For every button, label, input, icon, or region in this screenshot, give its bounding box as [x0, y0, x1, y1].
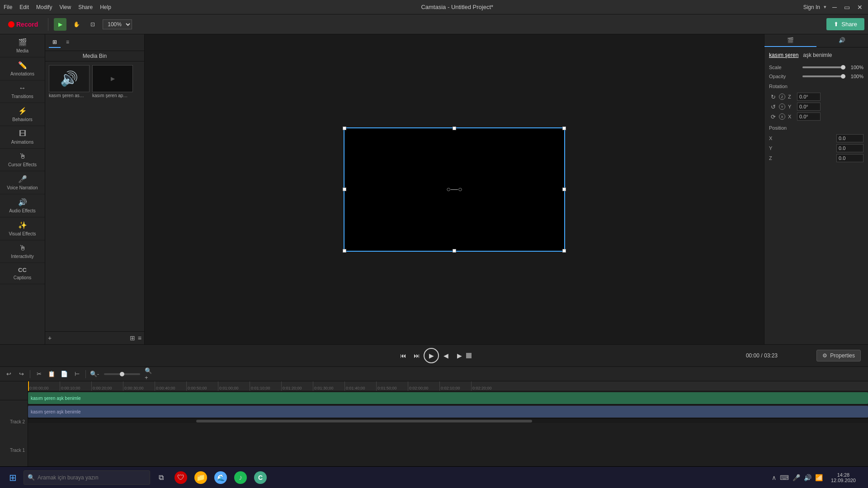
tab-visual[interactable]: 🎬: [764, 34, 816, 47]
record-marker[interactable]: [466, 353, 472, 358]
opacity-slider[interactable]: [802, 75, 845, 77]
add-media-button[interactable]: +: [48, 334, 52, 342]
video-canvas[interactable]: ○—○: [344, 127, 565, 252]
resize-handle-tr[interactable]: [562, 127, 566, 130]
rotation-z-input[interactable]: [797, 93, 821, 101]
edge-button[interactable]: 🌊: [212, 469, 230, 487]
sidebar-label-annotations: Annotations: [10, 71, 34, 76]
prev-frame-button[interactable]: ◀: [439, 349, 453, 362]
sidebar-item-interactivity[interactable]: 🖱 Interactivity: [0, 240, 45, 263]
sidebar-item-captions[interactable]: CC Captions: [0, 263, 45, 284]
sidebar-item-visual-effects[interactable]: ✨ Visual Effects: [0, 217, 45, 240]
x-axis-label: X: [788, 114, 795, 119]
undo-button[interactable]: ↩: [4, 369, 14, 379]
menu-edit[interactable]: Edit: [19, 4, 29, 10]
chevron-up-icon[interactable]: ∧: [772, 474, 776, 481]
menu-help[interactable]: Help: [100, 4, 111, 10]
list-item[interactable]: 🔊 kasım şeren as…: [49, 65, 90, 98]
menu-share[interactable]: Share: [78, 4, 93, 10]
cut-button[interactable]: ✂: [34, 369, 44, 379]
scrollbar-thumb[interactable]: [196, 420, 532, 422]
resize-handle-bc[interactable]: [453, 249, 456, 253]
windows-security-icon[interactable]: 🛡: [172, 469, 190, 487]
zoom-out-button[interactable]: 🔍-: [90, 369, 99, 379]
minimize-button[interactable]: ─: [830, 3, 839, 12]
select-tool-button[interactable]: ▶: [54, 18, 66, 31]
toolbar-right: ⬆ Share: [826, 18, 864, 30]
spotify-button[interactable]: ♪: [231, 469, 250, 487]
network-icon[interactable]: 📶: [815, 474, 823, 481]
split-button[interactable]: ⊢: [72, 369, 82, 379]
audio-clip[interactable]: kasım şeren aşk benimle: [28, 392, 868, 404]
close-button[interactable]: ✕: [855, 3, 864, 12]
zoom-slider-thumb[interactable]: [120, 372, 124, 376]
resize-handle-tl[interactable]: [343, 127, 346, 130]
clip-name-2[interactable]: aşk benimle: [803, 52, 832, 58]
sidebar-item-transitions[interactable]: ↔ Transitions: [0, 80, 45, 103]
menu-view[interactable]: View: [59, 4, 71, 10]
crop-tool-button[interactable]: ⊡: [86, 18, 99, 31]
grid-view-button[interactable]: ⊞: [130, 334, 135, 342]
horizontal-scrollbar[interactable]: [28, 418, 868, 423]
rotation-x-input[interactable]: [797, 113, 821, 121]
ruler-mark-6: 0:01:00;00: [218, 381, 250, 391]
z-axis-label: Z: [788, 94, 795, 99]
sign-in-button[interactable]: Sign In: [803, 4, 820, 10]
sidebar-item-animations[interactable]: 🎞 Animations: [0, 126, 45, 149]
redo-button[interactable]: ↪: [16, 369, 26, 379]
camtasia-button[interactable]: C: [251, 469, 269, 487]
sidebar-item-annotations[interactable]: ✏️ Annotations: [0, 57, 45, 80]
menu-file[interactable]: File: [4, 4, 12, 10]
sidebar-item-behaviors[interactable]: ⚡ Behaviors: [0, 103, 45, 126]
restore-button[interactable]: ▭: [843, 3, 852, 12]
ruler-mark-7: 0:01:10;00: [250, 381, 281, 391]
copy-button[interactable]: 📋: [47, 369, 57, 379]
resize-handle-br[interactable]: [562, 249, 566, 253]
list-item[interactable]: ▶ kasım şeren ap…: [92, 65, 133, 98]
task-view-button[interactable]: ⧉: [152, 469, 170, 487]
video-clip[interactable]: kasım şeren aşk benimle: [28, 406, 868, 418]
behaviors-icon: ⚡: [18, 107, 27, 115]
resize-handle-mr[interactable]: [562, 188, 566, 191]
microphone-tray-icon[interactable]: 🎤: [793, 474, 800, 481]
media-grid-tab[interactable]: ⊞: [49, 37, 61, 48]
sidebar-item-cursor-effects[interactable]: 🖱 Cursor Effects: [0, 149, 45, 171]
record-button[interactable]: Record: [4, 19, 42, 30]
search-input[interactable]: [38, 474, 146, 481]
sidebar-item-voice-narration[interactable]: 🎤 Voice Narration: [0, 171, 45, 194]
play-button[interactable]: ▶: [424, 348, 439, 363]
zoom-slider[interactable]: [104, 373, 140, 375]
paste-button[interactable]: 📄: [59, 369, 69, 379]
sidebar-item-audio-effects[interactable]: 🔊 Audio Effects: [0, 194, 45, 217]
resize-handle-bl[interactable]: [343, 249, 346, 253]
step-back-button[interactable]: ⏭: [410, 349, 424, 362]
audio-clip-label: kasım şeren aşk benimle: [31, 396, 81, 401]
properties-button[interactable]: ⚙ Properties: [816, 350, 861, 361]
clock-date: 12.09.2020: [831, 478, 856, 483]
next-frame-button[interactable]: ▶: [453, 349, 466, 362]
speaker-icon[interactable]: 🔊: [804, 474, 811, 481]
zoom-select[interactable]: 100% 75% 50% Fit: [103, 19, 132, 29]
sidebar-item-media[interactable]: 🎬 Media: [0, 34, 45, 57]
clock[interactable]: 14:28 12.09.2020: [828, 472, 859, 483]
menu-modify[interactable]: Modify: [36, 4, 52, 10]
position-z-input[interactable]: [836, 154, 863, 162]
playhead-marker[interactable]: [28, 381, 29, 391]
rotation-y-input[interactable]: [797, 103, 821, 111]
move-tool-button[interactable]: ✋: [70, 18, 83, 31]
clip-name-1[interactable]: kasım şeren: [769, 52, 798, 58]
scale-slider[interactable]: [802, 66, 845, 68]
zoom-in-button[interactable]: 🔍+: [145, 369, 155, 379]
share-button[interactable]: ⬆ Share: [826, 18, 864, 30]
list-view-button[interactable]: ≡: [138, 334, 142, 342]
position-y-input[interactable]: [836, 144, 863, 152]
skip-back-button[interactable]: ⏮: [396, 349, 410, 362]
position-x-input[interactable]: [836, 134, 863, 142]
file-explorer-button[interactable]: 📁: [192, 469, 210, 487]
start-button[interactable]: ⊞: [4, 469, 22, 487]
media-list-tab[interactable]: ≡: [62, 37, 73, 48]
resize-handle-tc[interactable]: [453, 127, 456, 130]
tab-audio[interactable]: 🔊: [816, 34, 868, 47]
resize-handle-ml[interactable]: [343, 188, 346, 191]
keyboard-icon[interactable]: ⌨: [780, 474, 789, 481]
